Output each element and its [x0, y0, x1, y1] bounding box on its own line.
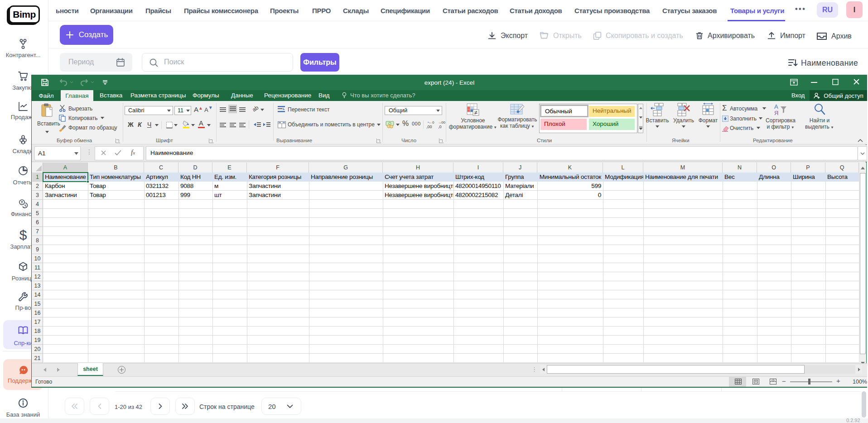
- svg-text:А: А: [774, 103, 778, 110]
- svg-text:←0: ←0: [429, 120, 434, 125]
- svg-text:Я: Я: [774, 110, 778, 116]
- svg-text:,0: ,0: [438, 125, 442, 129]
- svg-text:,00: ,00: [426, 125, 432, 129]
- svg-text:→00: →00: [438, 120, 445, 125]
- svg-text:≠: ≠: [474, 109, 477, 116]
